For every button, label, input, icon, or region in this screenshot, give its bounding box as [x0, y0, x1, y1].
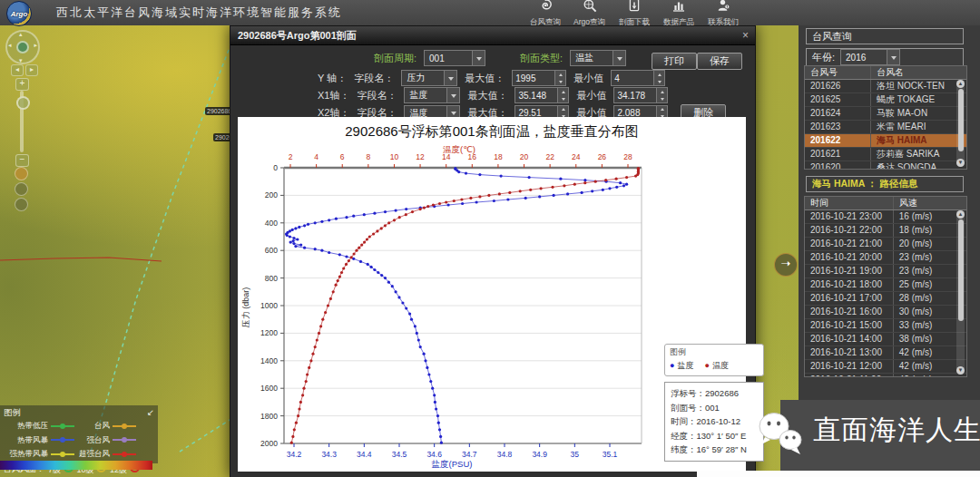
table-row[interactable]: 201625蝎虎 TOKAGE: [805, 93, 966, 107]
print-button[interactable]: 打印: [652, 53, 697, 70]
scrollbar-thumb[interactable]: [958, 89, 964, 151]
svg-text:1600: 1600: [260, 384, 278, 393]
spinner-arrows-icon[interactable]: [557, 88, 568, 102]
chevron-down-icon[interactable]: [472, 51, 485, 65]
table-row[interactable]: 2016-10-21 22:0018 (m/s): [805, 224, 966, 238]
close-icon[interactable]: ×: [742, 29, 749, 42]
table-row[interactable]: 2016-10-21 11:0042 (m/s): [805, 374, 966, 377]
table-cell: 16 (m/s): [894, 210, 966, 223]
table-row[interactable]: 2016-10-21 12:0042 (m/s): [805, 360, 966, 374]
svg-text:200: 200: [265, 190, 278, 200]
table-cell: 201625: [805, 93, 871, 106]
field-select[interactable]: 盐度: [404, 87, 460, 103]
spinner-arrows-icon[interactable]: [653, 71, 664, 85]
table-row[interactable]: 2016-10-21 14:0038 (m/s): [805, 333, 966, 346]
axis-config-row-2: X1轴：字段名：盐度最大值：最小值: [318, 87, 668, 103]
table-row[interactable]: 201620桑达 SONGDA: [805, 161, 966, 170]
table-row[interactable]: 2016-10-21 19:0023 (m/s): [805, 265, 966, 278]
year-select[interactable]: 2016: [840, 49, 900, 65]
table-row[interactable]: 2016-10-21 15:0033 (m/s): [805, 319, 966, 333]
max-value-spinner[interactable]: [512, 70, 566, 86]
chevron-down-icon[interactable]: [887, 50, 899, 64]
svg-text:24: 24: [572, 152, 581, 161]
panel-expand-button[interactable]: ➝: [774, 253, 798, 277]
table-row[interactable]: 2016-10-21 20:0023 (m/s): [805, 251, 966, 265]
scroll-down-icon[interactable]: ▼: [956, 366, 965, 375]
pan-center-button[interactable]: [16, 41, 29, 54]
table-cell: 2016-10-21 12:00: [805, 360, 894, 373]
svg-text:400: 400: [265, 219, 278, 228]
map-pan-control[interactable]: ▴ ▾ ◂ ▸: [5, 30, 40, 64]
typhoon-search-box[interactable]: 台风查询: [806, 28, 964, 44]
pan-back-button[interactable]: ◂: [11, 64, 24, 76]
table-row[interactable]: 201622海马 HAIMA: [805, 134, 966, 148]
pan-left-icon[interactable]: ◂: [8, 42, 12, 48]
chevron-down-icon[interactable]: [612, 51, 625, 65]
contact-us-icon: [716, 0, 730, 16]
pan-down-icon[interactable]: ▾: [19, 57, 23, 63]
scroll-up-icon[interactable]: ▲: [956, 80, 965, 88]
table-row[interactable]: 201623米雷 MEARI: [805, 121, 966, 134]
table-row[interactable]: 201621莎莉嘉 SARIKA: [805, 148, 966, 161]
max-value-input[interactable]: [515, 88, 557, 102]
min-value-input[interactable]: [612, 71, 653, 85]
table-row[interactable]: 2016-10-21 17:0028 (m/s): [805, 292, 966, 306]
watermark-strip: [697, 471, 980, 477]
layer-button-2[interactable]: [15, 182, 28, 196]
year-filter-box: 年份: 2016: [806, 48, 964, 66]
layer-button-3[interactable]: [15, 198, 28, 211]
table-row[interactable]: 2016-10-21 23:0016 (m/s): [805, 210, 966, 224]
wechat-icon: [756, 407, 807, 463]
svg-text:1400: 1400: [260, 356, 278, 365]
min-value-input[interactable]: [614, 88, 656, 102]
scroll-up-icon[interactable]: ▲: [956, 210, 965, 219]
zoom-in-button[interactable]: +: [15, 78, 29, 91]
max-value-input[interactable]: [513, 71, 554, 85]
cycle-select[interactable]: 001: [424, 50, 485, 66]
svg-text:35.1: 35.1: [603, 450, 618, 459]
layer-button-1[interactable]: [15, 167, 28, 180]
toolbar-item-4[interactable]: 数据产品: [658, 0, 700, 28]
top-axis-label: 温度(℃): [443, 144, 475, 154]
map-legend-marker: [51, 423, 74, 429]
column-header: 时间: [805, 197, 894, 209]
min-value-spinner[interactable]: [613, 87, 668, 103]
table-row[interactable]: 2016-10-21 18:0025 (m/s): [805, 278, 966, 292]
collapse-icon[interactable]: ↙: [147, 407, 154, 419]
scrollbar-thumb[interactable]: [958, 219, 964, 321]
map-legend-marker: [113, 423, 136, 429]
toolbar-item-3[interactable]: 剖面下载: [613, 0, 655, 28]
table-row[interactable]: 2016-10-21 16:0030 (m/s): [805, 306, 966, 319]
svg-text:34.5: 34.5: [392, 450, 407, 459]
zoom-out-button[interactable]: −: [15, 154, 29, 167]
toolbar-item-2[interactable]: Argo查询: [569, 0, 611, 28]
spinner-arrows-icon[interactable]: [656, 88, 667, 102]
scrollbar[interactable]: ▲▼: [956, 210, 965, 375]
field-value: 压力: [402, 72, 429, 84]
type-select[interactable]: 温盐: [570, 50, 626, 66]
data-products-icon: [671, 0, 686, 16]
toolbar-item-5[interactable]: 联系我们: [702, 0, 744, 28]
spinner-arrows-icon[interactable]: [554, 71, 565, 85]
table-row[interactable]: 2016-10-21 21:0020 (m/s): [805, 238, 966, 251]
min-value-spinner[interactable]: [611, 70, 665, 86]
scrollbar[interactable]: ▲▼: [956, 80, 965, 167]
table-row[interactable]: 201626洛坦 NOCK-TEN: [805, 80, 966, 93]
table-row[interactable]: 2016-10-21 13:0042 (m/s): [805, 346, 966, 360]
watermark-text: 直面海洋人生: [813, 412, 980, 449]
zoom-slider-handle[interactable]: [16, 96, 30, 110]
scroll-down-icon[interactable]: ▼: [956, 159, 965, 167]
save-button[interactable]: 保存: [697, 53, 742, 70]
table-cell: 201620: [805, 161, 871, 170]
chevron-down-icon[interactable]: [444, 71, 456, 85]
chevron-down-icon[interactable]: [446, 88, 459, 102]
table-row[interactable]: 201624马鞍 MA-ON: [805, 107, 966, 121]
pan-forward-button[interactable]: ▸: [25, 64, 38, 76]
pan-right-icon[interactable]: ▸: [34, 42, 37, 48]
table-cell: 莎莉嘉 SARIKA: [871, 148, 966, 161]
axis-label: Y 轴：: [318, 72, 347, 85]
max-value-spinner[interactable]: [514, 87, 569, 103]
field-select[interactable]: 压力: [401, 70, 457, 86]
pan-up-icon[interactable]: ▴: [19, 31, 23, 37]
toolbar-item-1[interactable]: 台风查询: [524, 0, 566, 28]
